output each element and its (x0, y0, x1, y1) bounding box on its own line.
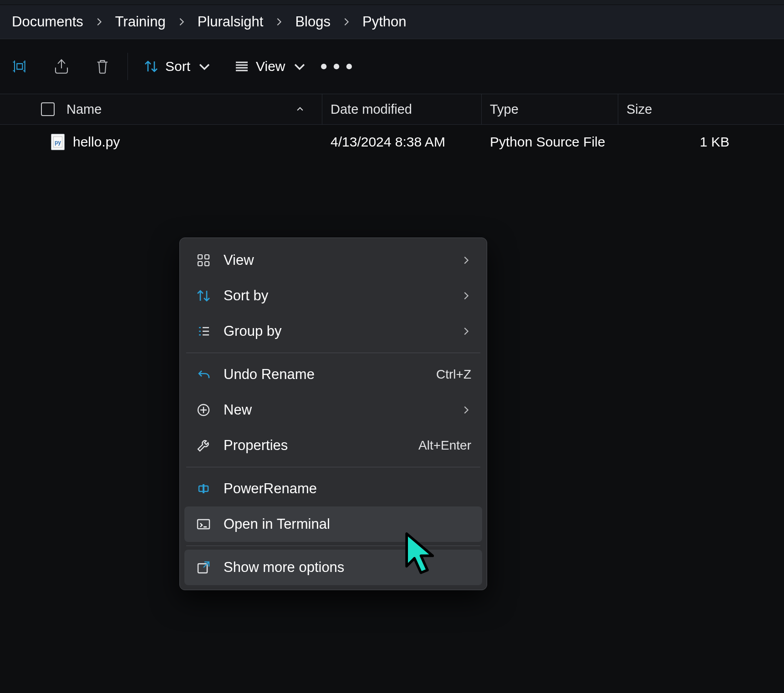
context-menu: View Sort by Group by Undo Rename Ctrl+Z (179, 238, 487, 590)
toolbar: Sort View (0, 39, 784, 94)
terminal-icon (195, 517, 212, 531)
python-file-icon: py (51, 134, 65, 150)
plus-circle-icon (195, 403, 212, 417)
column-header-size[interactable]: Size (618, 94, 784, 124)
svg-rect-5 (198, 255, 202, 259)
chevron-right-icon (335, 17, 358, 27)
svg-rect-7 (198, 262, 202, 266)
column-header-name[interactable]: Name (0, 94, 322, 124)
sort-icon (195, 288, 212, 303)
breadcrumb: Documents Training Pluralsight Blogs Pyt… (0, 5, 784, 39)
menu-label: View (224, 252, 254, 268)
svg-rect-11 (203, 484, 204, 493)
breadcrumb-item-python[interactable]: Python (361, 12, 407, 32)
view-list-icon (234, 59, 249, 74)
menu-item-view[interactable]: View (184, 243, 482, 278)
menu-label: Undo Rename (224, 366, 315, 383)
sort-button[interactable]: Sort (132, 39, 223, 94)
menu-label: Properties (224, 437, 288, 454)
more-button[interactable] (318, 39, 355, 94)
menu-item-sort-by[interactable]: Sort by (184, 278, 482, 314)
file-date: 4/13/2024 8:38 AM (322, 134, 482, 150)
menu-item-show-more-options[interactable]: Show more options (184, 550, 482, 585)
menu-item-new[interactable]: New (184, 392, 482, 428)
file-type: Python Source File (482, 134, 618, 150)
svg-rect-6 (205, 255, 209, 259)
column-header-date[interactable]: Date modified (322, 94, 482, 124)
menu-label: New (224, 402, 252, 418)
chevron-right-icon (170, 17, 193, 27)
breadcrumb-item-pluralsight[interactable]: Pluralsight (197, 12, 265, 32)
chevron-down-icon (292, 59, 307, 74)
delete-button[interactable] (82, 39, 123, 94)
column-header-type[interactable]: Type (482, 94, 618, 124)
wrench-icon (195, 438, 212, 453)
group-icon (195, 324, 212, 339)
menu-label: Open in Terminal (224, 516, 330, 532)
file-list: py hello.py 4/13/2024 8:38 AM Python Sou… (0, 125, 784, 159)
breadcrumb-item-documents[interactable]: Documents (11, 12, 84, 32)
file-name: hello.py (73, 134, 120, 150)
view-button[interactable]: View (223, 39, 318, 94)
chevron-right-icon (461, 405, 471, 415)
breadcrumb-item-training[interactable]: Training (114, 12, 167, 32)
view-label: View (256, 59, 285, 74)
svg-point-2 (346, 64, 351, 69)
menu-item-group-by[interactable]: Group by (184, 314, 482, 349)
menu-item-powerrename[interactable]: PowerRename (184, 471, 482, 506)
menu-accelerator: Ctrl+Z (436, 367, 471, 382)
menu-item-open-in-terminal[interactable]: Open in Terminal (184, 506, 482, 542)
select-all-checkbox[interactable] (41, 102, 55, 116)
rename-button[interactable] (0, 39, 41, 94)
menu-item-properties[interactable]: Properties Alt+Enter (184, 428, 482, 463)
sort-icon (143, 59, 159, 74)
file-size: 1 KB (618, 134, 784, 150)
chevron-right-icon (461, 291, 471, 301)
menu-item-undo-rename[interactable]: Undo Rename Ctrl+Z (184, 357, 482, 392)
rename-icon (195, 481, 212, 496)
menu-label: PowerRename (224, 481, 317, 497)
chevron-right-icon (88, 17, 111, 27)
column-headers: Name Date modified Type Size (0, 94, 784, 125)
popout-icon (195, 560, 212, 575)
menu-accelerator: Alt+Enter (418, 438, 471, 453)
menu-label: Group by (224, 323, 282, 339)
menu-label: Sort by (224, 288, 268, 304)
chevron-right-icon (461, 255, 471, 265)
caret-up-icon (295, 105, 305, 114)
sort-label: Sort (165, 59, 190, 74)
table-row[interactable]: py hello.py 4/13/2024 8:38 AM Python Sou… (0, 125, 784, 159)
chevron-down-icon (197, 59, 212, 74)
chevron-right-icon (268, 17, 290, 27)
svg-point-1 (333, 64, 339, 69)
chevron-right-icon (461, 326, 471, 336)
menu-label: Show more options (224, 559, 344, 576)
share-button[interactable] (41, 39, 82, 94)
svg-rect-8 (205, 262, 209, 266)
svg-point-0 (321, 64, 326, 69)
svg-text:py: py (55, 139, 61, 146)
breadcrumb-item-blogs[interactable]: Blogs (294, 12, 331, 32)
grid-icon (195, 253, 212, 268)
undo-icon (195, 367, 212, 382)
